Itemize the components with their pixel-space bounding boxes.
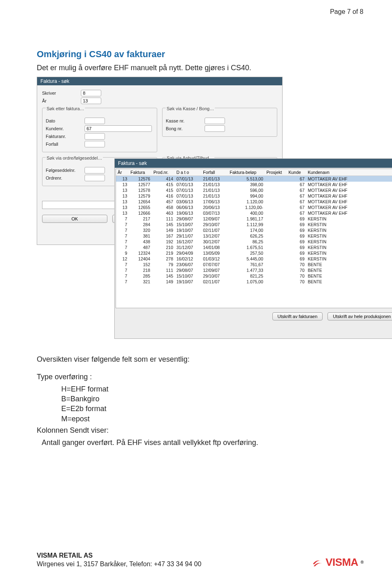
- table-cell: MOTTAKER AV EHF: [306, 182, 392, 187]
- table-cell: 21/01/13: [201, 187, 228, 193]
- col-header[interactable]: År: [116, 169, 129, 176]
- table-cell: 30/12/07: [201, 239, 228, 245]
- table-cell: 03/07/13: [201, 210, 228, 216]
- company-name: VISMA RETAIL AS: [37, 552, 201, 560]
- table-cell: 07/01/13: [175, 187, 201, 193]
- label-fakturanr: Fakturanr.: [46, 134, 85, 139]
- col-header[interactable]: Forfall: [201, 169, 228, 176]
- label-ordre: Ordrenr.: [46, 176, 85, 180]
- table-cell: 15/10/07: [175, 273, 201, 279]
- table-row[interactable]: 721811129/08/0712/09/071.477,3370BENTEB2…: [116, 267, 392, 273]
- table-cell: 994,00: [228, 193, 265, 199]
- table-cell: 16/02/12: [175, 256, 201, 262]
- table-row[interactable]: 131257941607/01/1321/01/13994,0067MOTTAK…: [116, 193, 392, 199]
- table-cell: 70: [287, 267, 306, 273]
- table-cell: 192: [152, 239, 175, 245]
- table-row[interactable]: 732014919/10/0702/11/07174,0069KERSTINM2…: [116, 227, 392, 233]
- col-header[interactable]: Kunde: [287, 169, 306, 176]
- table-cell: 67: [287, 176, 306, 182]
- table-cell: 257,50: [228, 250, 265, 256]
- table-cell: 5.445,00: [228, 256, 265, 262]
- table-row[interactable]: 721711129/08/0712/09/071.981,1769KERSTIN…: [116, 216, 392, 222]
- input-folge[interactable]: [85, 167, 105, 173]
- table-row[interactable]: 131257841507/01/1321/01/13596,0067MOTTAK…: [116, 187, 392, 193]
- table-cell: 210: [152, 245, 175, 250]
- table-row[interactable]: 131265545806/06/1320/06/131.120,00-67MOT…: [116, 205, 392, 210]
- col-header[interactable]: D a t o: [175, 169, 201, 176]
- table-cell: 06/06/13: [175, 205, 201, 210]
- table-cell: 7: [116, 245, 129, 250]
- table-cell: 86,25: [228, 239, 265, 245]
- table-cell: 67: [287, 199, 306, 205]
- print-production-button[interactable]: Utskrift av hele produksjonen: [327, 312, 392, 320]
- table-cell: 12578: [129, 187, 152, 193]
- table-cell: 12/09/07: [201, 216, 228, 222]
- table-cell: 12404: [129, 256, 152, 262]
- col-header[interactable]: Kundenavn: [306, 169, 392, 176]
- input-fakturanr[interactable]: [85, 133, 105, 140]
- table-cell: [265, 227, 287, 233]
- table-cell: 69: [287, 245, 306, 250]
- table-row[interactable]: 728514515/10/0729/10/07821,2570BENTEB22: [116, 273, 392, 279]
- bullet-e: E=E2b format: [61, 404, 363, 414]
- table-cell: [265, 193, 287, 199]
- col-header[interactable]: Prod.nr.: [152, 169, 175, 176]
- table-cell: 13: [116, 210, 129, 216]
- col-header[interactable]: Prosjekt: [265, 169, 287, 176]
- table-cell: [265, 279, 287, 285]
- ok-button[interactable]: OK: [42, 215, 107, 223]
- table-cell: 149: [152, 227, 175, 233]
- table-cell: 07/01/13: [175, 182, 201, 187]
- col-header[interactable]: Faktura-beløp: [228, 169, 265, 176]
- table-cell: 69: [287, 216, 306, 222]
- input-skriver[interactable]: [81, 90, 101, 96]
- table-row[interactable]: 738116729/11/0713/12/07626,2569KERSTINM2…: [116, 233, 392, 239]
- footer: VISMA RETAIL AS Wirgenes vei 1, 3157 Bar…: [37, 552, 363, 569]
- table-cell: 9: [116, 250, 129, 256]
- table-cell: KERSTIN: [306, 227, 392, 233]
- table-row[interactable]: 71527923/06/0707/07/07761,6770BENTEB22: [116, 262, 392, 267]
- input-ar[interactable]: [81, 98, 101, 104]
- table-row[interactable]: 131257741507/01/1321/01/13398,0067MOTTAK…: [116, 182, 392, 187]
- table-cell: 17/06/13: [201, 199, 228, 205]
- input-ordre[interactable]: [85, 175, 105, 181]
- label-forfall: Forfall: [46, 142, 85, 147]
- table-cell: 12654: [129, 199, 152, 205]
- table-cell: 320: [129, 227, 152, 233]
- input-kundenr[interactable]: [85, 125, 152, 132]
- table-row[interactable]: 131265445703/06/1317/06/131.120,0067MOTT…: [116, 199, 392, 205]
- input-kasse[interactable]: [205, 118, 225, 124]
- col-header[interactable]: Faktura: [129, 169, 152, 176]
- table-cell: 69: [287, 239, 306, 245]
- table-row[interactable]: 732114919/10/0702/11/071.075,0070BENTEB2…: [116, 279, 392, 285]
- table-cell: BENTE: [306, 262, 392, 267]
- table-row[interactable]: 131257641407/01/1321/01/135.513,0067MOTT…: [116, 176, 392, 182]
- legend-faktura: Søk etter faktura…: [46, 106, 85, 111]
- input-bong[interactable]: [205, 125, 225, 132]
- table-cell: [265, 182, 287, 187]
- table-cell: 152: [129, 262, 152, 267]
- table-cell: 821,25: [228, 273, 265, 279]
- input-dato[interactable]: [85, 118, 105, 124]
- table-cell: 19/10/07: [175, 227, 201, 233]
- label-dato: Dato: [46, 118, 85, 123]
- table-cell: 69: [287, 227, 306, 233]
- legend-kasse: Søk via Kasse / Bong…: [166, 106, 215, 111]
- table-row[interactable]: 748721031/12/0714/01/081.675,5169KERSTIN…: [116, 245, 392, 250]
- table-cell: [265, 245, 287, 250]
- table-row[interactable]: 743819216/12/0730/12/0786,2569KERSTINM22: [116, 239, 392, 245]
- visma-swirl-icon: [312, 557, 323, 568]
- print-invoice-button[interactable]: Utskrift av fakturaen: [272, 312, 323, 320]
- visma-logo-text: VISMA: [325, 556, 358, 569]
- table-cell: MOTTAKER AV EHF: [306, 176, 392, 182]
- table-cell: MOTTAKER AV EHF: [306, 205, 392, 210]
- kol-text: Antall ganger overført. På EHF vises ant…: [42, 438, 363, 447]
- table-row[interactable]: 131266646319/06/1303/07/13400,0067MOTTAK…: [116, 210, 392, 216]
- table-cell: 145: [152, 273, 175, 279]
- input-forfall[interactable]: [85, 141, 105, 147]
- table-row[interactable]: 121240427816/02/1201/03/125.445,0069KERS…: [116, 256, 392, 262]
- table-cell: 13/05/09: [201, 250, 228, 256]
- table-row[interactable]: 728414515/10/0729/10/071.112,9969KERSTIN…: [116, 222, 392, 227]
- table-cell: 02/11/07: [201, 227, 228, 233]
- table-row[interactable]: 91232421929/04/0913/05/09257,5069KERSTIN…: [116, 250, 392, 256]
